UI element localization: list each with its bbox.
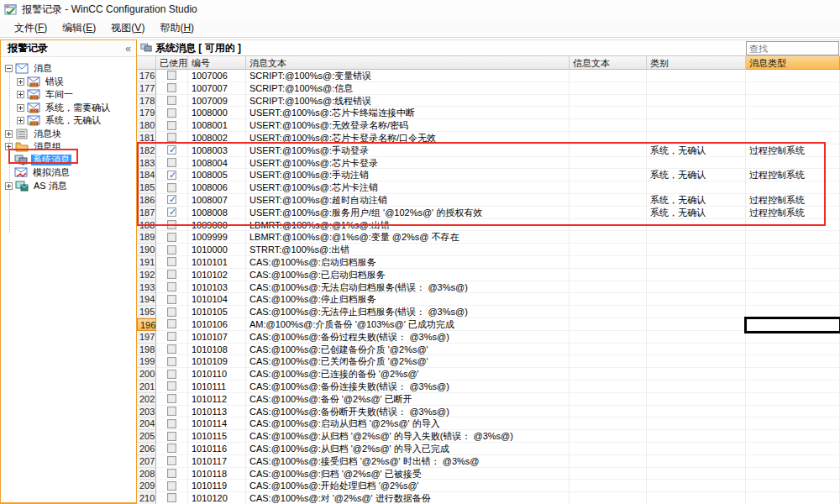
number-cell[interactable]: 1008006 <box>188 181 246 194</box>
number-cell[interactable]: 1010102 <box>188 269 246 281</box>
class-cell[interactable] <box>647 318 746 331</box>
class-cell[interactable] <box>647 70 746 82</box>
message-type-cell[interactable] <box>746 107 840 119</box>
used-checkbox[interactable] <box>167 481 176 491</box>
message-type-cell[interactable] <box>746 244 840 256</box>
search-input[interactable] <box>746 41 839 55</box>
used-checkbox[interactable] <box>167 171 176 180</box>
collapse-sidebar-button[interactable]: « <box>125 43 131 55</box>
used-checkbox[interactable] <box>167 456 176 465</box>
used-checkbox[interactable] <box>167 370 176 379</box>
column-header-used[interactable]: 已使用 <box>156 56 188 70</box>
class-cell[interactable] <box>647 107 746 119</box>
message-text-cell[interactable]: USERT:@100%s@:无效登录名称/密码 <box>246 119 570 132</box>
corner-header-cell[interactable] <box>137 56 156 70</box>
number-cell[interactable]: 1010107 <box>188 331 246 344</box>
info-text-cell[interactable] <box>570 181 647 194</box>
expander-plus-icon[interactable] <box>17 78 24 86</box>
class-cell[interactable] <box>647 381 746 393</box>
row-number-cell[interactable]: 201 <box>137 381 156 393</box>
number-cell[interactable]: 1010108 <box>188 344 246 356</box>
row-number-cell[interactable]: 209 <box>137 480 156 492</box>
class-cell[interactable] <box>647 219 746 232</box>
row-number-cell[interactable]: 210 <box>137 492 156 504</box>
info-text-cell[interactable] <box>570 368 647 381</box>
message-text-cell[interactable]: CAS:@100%s@:已启动归档服务 <box>246 269 570 281</box>
message-text-cell[interactable]: USERT:@100%s@:芯片卡登录 <box>246 157 570 170</box>
info-text-cell[interactable] <box>570 244 647 256</box>
used-checkbox[interactable] <box>167 432 176 441</box>
info-text-cell[interactable] <box>570 331 647 344</box>
row-number-cell[interactable]: 190 <box>137 244 156 256</box>
used-checkbox[interactable] <box>167 444 176 453</box>
row-number-cell[interactable]: 183 <box>137 157 156 170</box>
row-number-cell[interactable]: 191 <box>137 256 156 269</box>
column-header-number[interactable]: 编号 <box>188 56 246 70</box>
message-text-cell[interactable]: CAS:@100%s@:已关闭备份介质 '@2%s@' <box>246 355 570 368</box>
message-type-cell[interactable] <box>746 95 840 108</box>
used-checkbox[interactable] <box>167 207 176 217</box>
info-text-cell[interactable] <box>570 492 647 504</box>
number-cell[interactable]: 1010120 <box>188 492 246 504</box>
class-cell[interactable] <box>647 480 746 492</box>
used-checkbox[interactable] <box>167 407 176 416</box>
number-cell[interactable]: 1010109 <box>188 355 246 368</box>
used-checkbox[interactable] <box>167 357 176 366</box>
used-checkbox[interactable] <box>167 332 176 341</box>
message-text-cell[interactable]: CAS:@100%s@:无法启动归档服务(错误： @3%s@) <box>246 281 570 294</box>
number-cell[interactable]: 1009000 <box>188 219 246 232</box>
number-cell[interactable]: 1009999 <box>188 231 246 244</box>
info-text-cell[interactable] <box>570 406 647 418</box>
row-number-cell[interactable]: 192 <box>137 269 156 281</box>
info-text-cell[interactable] <box>570 95 647 108</box>
tree-item-messages[interactable]: 消息 <box>1 62 136 76</box>
info-text-cell[interactable] <box>570 82 647 95</box>
message-type-cell[interactable] <box>746 393 840 406</box>
number-cell[interactable]: 1010112 <box>188 393 246 406</box>
info-text-cell[interactable] <box>570 219 647 232</box>
tree-item-simulated-messages[interactable]: 模拟消息 <box>1 166 136 180</box>
info-text-cell[interactable] <box>570 355 647 368</box>
used-checkbox[interactable] <box>167 133 176 142</box>
info-text-cell[interactable] <box>570 455 647 468</box>
message-type-cell[interactable] <box>746 157 840 170</box>
message-text-cell[interactable]: CAS:@100%s@:启动从归档 '@2%s@' 的导入 <box>246 417 570 430</box>
message-type-cell[interactable] <box>746 417 840 430</box>
message-type-cell[interactable] <box>746 430 840 443</box>
class-cell[interactable] <box>647 157 746 170</box>
message-type-cell[interactable] <box>746 269 840 281</box>
tree-item-system-no-ack[interactable]: 系统，无确认 <box>1 114 136 128</box>
message-text-cell[interactable]: CAS:@100%s@:从归档 '@2%s@' 的导入已完成 <box>246 443 570 455</box>
row-number-cell[interactable]: 189 <box>137 231 156 244</box>
message-type-cell[interactable]: 过程控制系统 <box>746 169 840 181</box>
used-checkbox[interactable] <box>167 270 176 279</box>
row-number-cell[interactable]: 186 <box>137 194 156 207</box>
number-cell[interactable]: 1008004 <box>188 157 246 170</box>
message-type-cell[interactable] <box>746 331 840 344</box>
number-cell[interactable]: 1010115 <box>188 430 246 443</box>
used-checkbox[interactable] <box>167 257 176 266</box>
class-cell[interactable]: 系统，无确认 <box>647 194 746 207</box>
message-type-cell[interactable] <box>746 355 840 368</box>
number-cell[interactable]: 1010103 <box>188 281 246 294</box>
message-text-cell[interactable]: CAS:@100%s@:停止归档服务 <box>246 293 570 306</box>
row-number-cell[interactable]: 178 <box>137 95 156 108</box>
row-number-cell[interactable]: 195 <box>137 306 156 318</box>
used-checkbox[interactable] <box>167 295 176 304</box>
info-text-cell[interactable] <box>570 393 647 406</box>
message-type-cell[interactable] <box>746 256 840 269</box>
class-cell[interactable] <box>647 430 746 443</box>
message-text-cell[interactable]: USERT:@100%s@:芯片卡注销 <box>246 181 570 194</box>
expander-minus-icon[interactable] <box>5 65 13 72</box>
class-cell[interactable] <box>647 455 746 468</box>
number-cell[interactable]: 1010000 <box>188 244 246 256</box>
info-text-cell[interactable] <box>570 468 647 480</box>
row-number-cell[interactable]: 187 <box>137 207 156 219</box>
info-text-cell[interactable] <box>570 231 647 244</box>
info-text-cell[interactable] <box>570 381 647 393</box>
message-type-cell[interactable] <box>746 443 840 455</box>
row-number-cell[interactable]: 188 <box>137 219 156 232</box>
used-checkbox[interactable] <box>167 183 176 192</box>
info-text-cell[interactable] <box>570 169 647 181</box>
used-checkbox[interactable] <box>167 245 176 255</box>
